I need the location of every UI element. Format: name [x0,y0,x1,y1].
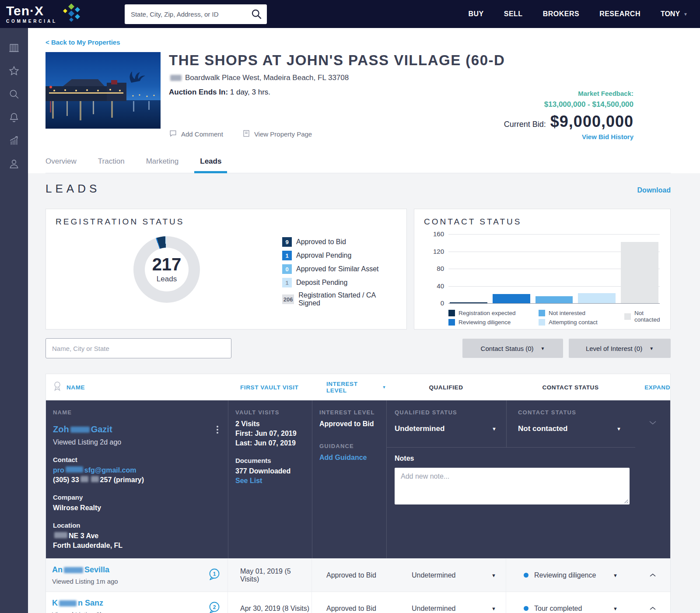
interest-level-filter-dropdown[interactable]: Level of Interest (0) ▼ [569,339,671,358]
header-expand[interactable]: EXPAND [635,384,670,391]
collapse-row-button[interactable] [635,400,670,558]
building-icon[interactable] [8,42,20,55]
tab-traction[interactable]: Traction [98,153,125,173]
bar-reviewing-diligence [493,294,530,303]
see-list-link[interactable]: See List [235,477,306,485]
contact-status-dropdown[interactable]: Reviewing diligence ▼ [506,559,635,592]
property-photo [46,52,161,129]
bell-icon[interactable] [8,112,20,125]
header-name[interactable]: NAME [46,381,228,394]
add-note-textarea[interactable] [395,468,630,504]
textarea-resize-handle[interactable] [624,499,628,503]
y-axis-tick: 0 [425,299,444,307]
search-icon[interactable] [251,8,262,22]
contact-status-dropdown[interactable]: Not contacted ▼ [518,424,621,433]
lead-search-input[interactable] [46,338,231,358]
expand-row-button[interactable] [635,573,670,577]
expand-row-button[interactable] [635,606,670,610]
bar-attempting-contact [578,293,616,303]
comment-count-badge[interactable]: 2 [207,601,221,613]
vault-last-visit: Last: Jun 07, 2019 [235,439,306,447]
row-menu-icon[interactable] [217,426,218,434]
registration-donut-chart: 217 Leads [133,236,200,303]
contact-status-chart: 04080120160 Registration expectedReviewi… [424,235,661,324]
back-to-properties-link[interactable]: < Back to My Properties [46,39,671,46]
redacted-street-number [170,75,182,81]
legend-swatch [624,313,631,320]
contact-status-card: CONTACT STATUS 04080120160 Registration … [414,209,671,329]
svg-text:1: 1 [213,571,216,577]
comment-count-badge[interactable]: 1 [207,567,221,583]
view-bid-history-link[interactable]: View Bid History [504,133,634,140]
legend-count-badge: 1 [282,278,292,287]
lead-company: Wilrose Realty [53,504,222,512]
download-link[interactable]: Download [637,186,671,194]
company-section-label: Company [53,494,222,501]
header-interest-level[interactable]: INTEREST LEVEL ▼ [312,381,386,394]
contact-status-dropdown[interactable]: Tour completed ▼ [506,592,635,613]
stats-icon[interactable] [8,135,20,148]
contact-section-label: Contact [53,456,222,463]
legend-label: Registration expected [458,310,516,316]
legend-label: Approval Pending [296,252,351,259]
header-qualified: QUALIFIED [386,384,506,391]
chevron-down-icon: ▼ [613,573,618,578]
global-search-input[interactable] [125,4,267,24]
search-icon[interactable] [8,88,20,102]
lead-activity: Viewed Listing 2d ago [53,438,222,446]
status-dot [524,573,528,578]
legend-label: Registration Started / CA Signed [298,291,397,307]
redacted-street-number [54,532,67,538]
lead-name-link[interactable]: ZohGazit [53,424,112,434]
add-guidance-link[interactable]: Add Guidance [319,454,380,462]
person-icon[interactable] [8,158,20,171]
legend-label: Approved for Similar Asset [296,265,379,273]
header-first-vault-visit[interactable]: FIRST VAULT VISIT [228,384,312,391]
tenx-logo[interactable]: Ten·X COMMERCIAL [6,3,83,25]
tab-leads[interactable]: Leads [200,153,221,173]
lead-email-link[interactable]: prosfg@gmail.com [53,466,222,474]
qualified-status-dropdown[interactable]: Undetermined ▼ [386,571,506,579]
nav-brokers[interactable]: BROKERS [543,10,580,18]
chevron-down-icon: ▼ [491,606,496,611]
lead-activity: Viewed Listing 1m ago [52,578,228,585]
legend-label: Not interested [549,310,585,316]
bars [448,235,660,303]
star-icon[interactable] [8,65,20,78]
redacted-phone [80,476,88,482]
lead-detail-name-cell: NAME ZohGazit Viewed Listing 2d ago Cont… [46,400,228,558]
logo-text: Ten·X [6,4,57,18]
tab-marketing[interactable]: Marketing [146,153,179,173]
nav-buy[interactable]: BUY [468,10,483,18]
interest-level: Approved to Bid [312,605,386,613]
nav-research[interactable]: RESEARCH [599,10,640,18]
logo-subtext: COMMERCIAL [6,19,57,24]
chevron-down-icon: ▼ [683,12,688,17]
lead-activity: Viewed Listing 2h ago [52,611,228,613]
redacted-name [59,600,77,606]
redacted-name [70,427,90,433]
y-axis-tick: 80 [425,265,444,272]
legend-item: 206Registration Started / CA Signed [282,291,397,307]
tab-overview[interactable]: Overview [46,153,77,173]
contact-status-title: CONTACT STATUS [424,217,661,227]
interest-level-value: Approved to Bid [319,420,380,428]
add-comment-button[interactable]: Add Comment [169,129,223,139]
qualified-status-dropdown[interactable]: Undetermined ▼ [386,605,506,613]
legend-item: 1Deposit Pending [282,278,397,287]
legend-item: Not contacted [624,310,661,323]
lead-name-link[interactable]: AnSevilla [52,565,228,574]
vault-visits-count: 2 Visits [235,420,306,428]
property-tabs: Overview Traction Marketing Leads [46,153,671,173]
registration-status-title: REGISTRATION STATUS [56,217,397,227]
legend-label: Deposit Pending [296,279,347,287]
qualified-status-dropdown[interactable]: Undetermined ▼ [395,424,497,433]
legend-swatch [448,310,455,316]
view-property-page-link[interactable]: View Property Page [242,130,312,139]
lead-name-link[interactable]: Kn Sanz [52,599,228,608]
contact-status-filter-dropdown[interactable]: Contact Status (0) ▼ [462,339,563,358]
nav-sell[interactable]: SELL [504,10,523,18]
legend-label: Approved to Bid [296,238,346,246]
user-menu[interactable]: TONY ▼ [661,10,688,18]
chevron-down-icon: ▼ [540,346,545,351]
